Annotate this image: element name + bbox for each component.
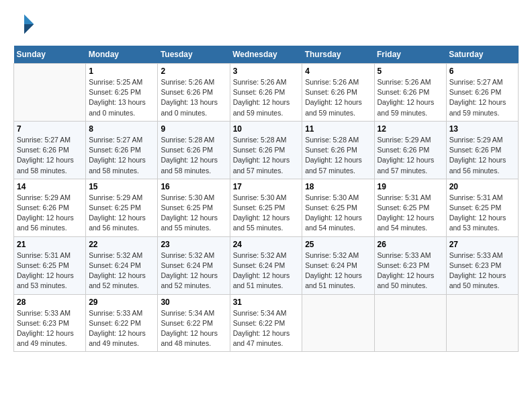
calendar-day-cell: 24Sunrise: 5:32 AMSunset: 6:24 PMDayligh…: [230, 236, 302, 294]
calendar-day-cell: 26Sunrise: 5:33 AMSunset: 6:23 PMDayligh…: [374, 236, 446, 294]
logo-icon: [13, 13, 35, 35]
day-info: Sunrise: 5:31 AMSunset: 6:25 PMDaylight:…: [17, 250, 83, 291]
calendar-day-cell: 18Sunrise: 5:30 AMSunset: 6:25 PMDayligh…: [302, 179, 374, 236]
day-info: Sunrise: 5:26 AMSunset: 6:26 PMDaylight:…: [233, 77, 300, 118]
calendar-week-row: 7Sunrise: 5:27 AMSunset: 6:26 PMDaylight…: [14, 121, 519, 179]
day-number: 15: [89, 182, 154, 191]
calendar-day-cell: [14, 64, 86, 122]
day-info: Sunrise: 5:33 AMSunset: 6:23 PMDaylight:…: [449, 250, 515, 291]
day-number: 21: [17, 240, 83, 249]
day-number: 28: [17, 298, 83, 307]
calendar-week-row: 21Sunrise: 5:31 AMSunset: 6:25 PMDayligh…: [14, 236, 519, 294]
day-number: 12: [378, 124, 443, 134]
day-number: 24: [233, 240, 300, 249]
day-number: 22: [89, 240, 154, 249]
day-info: Sunrise: 5:28 AMSunset: 6:26 PMDaylight:…: [305, 135, 371, 176]
calendar-day-cell: 14Sunrise: 5:29 AMSunset: 6:26 PMDayligh…: [14, 179, 86, 236]
day-number: 31: [233, 298, 300, 307]
day-number: 14: [17, 182, 83, 191]
day-info: Sunrise: 5:33 AMSunset: 6:23 PMDaylight:…: [378, 250, 443, 291]
calendar-day-cell: 28Sunrise: 5:33 AMSunset: 6:23 PMDayligh…: [14, 294, 86, 352]
calendar-header-cell: Wednesday: [230, 46, 302, 64]
day-number: 26: [378, 240, 443, 249]
calendar-day-cell: [446, 294, 518, 352]
day-info: Sunrise: 5:29 AMSunset: 6:26 PMDaylight:…: [449, 135, 515, 176]
day-info: Sunrise: 5:28 AMSunset: 6:26 PMDaylight:…: [233, 135, 300, 176]
day-info: Sunrise: 5:29 AMSunset: 6:26 PMDaylight:…: [17, 193, 83, 234]
calendar-header-row: SundayMondayTuesdayWednesdayThursdayFrid…: [14, 46, 519, 64]
calendar-day-cell: 19Sunrise: 5:31 AMSunset: 6:25 PMDayligh…: [374, 179, 446, 236]
calendar-header-cell: Thursday: [302, 46, 374, 64]
day-info: Sunrise: 5:30 AMSunset: 6:25 PMDaylight:…: [233, 193, 300, 234]
calendar-day-cell: 13Sunrise: 5:29 AMSunset: 6:26 PMDayligh…: [446, 121, 518, 179]
calendar-day-cell: 4Sunrise: 5:26 AMSunset: 6:26 PMDaylight…: [302, 64, 374, 122]
day-number: 8: [89, 124, 154, 134]
calendar-day-cell: 10Sunrise: 5:28 AMSunset: 6:26 PMDayligh…: [230, 121, 302, 179]
calendar-day-cell: 22Sunrise: 5:32 AMSunset: 6:24 PMDayligh…: [86, 236, 158, 294]
calendar-day-cell: 20Sunrise: 5:31 AMSunset: 6:25 PMDayligh…: [446, 179, 518, 236]
calendar-day-cell: 25Sunrise: 5:32 AMSunset: 6:24 PMDayligh…: [302, 236, 374, 294]
calendar-week-row: 28Sunrise: 5:33 AMSunset: 6:23 PMDayligh…: [14, 294, 519, 352]
day-info: Sunrise: 5:31 AMSunset: 6:25 PMDaylight:…: [378, 193, 443, 234]
day-info: Sunrise: 5:28 AMSunset: 6:26 PMDaylight:…: [161, 135, 226, 176]
day-info: Sunrise: 5:33 AMSunset: 6:22 PMDaylight:…: [89, 308, 154, 349]
calendar-day-cell: 29Sunrise: 5:33 AMSunset: 6:22 PMDayligh…: [86, 294, 158, 352]
day-info: Sunrise: 5:30 AMSunset: 6:25 PMDaylight:…: [161, 193, 226, 234]
day-number: 17: [233, 182, 300, 191]
day-number: 5: [378, 66, 443, 76]
day-number: 30: [161, 298, 226, 307]
calendar-day-cell: 30Sunrise: 5:34 AMSunset: 6:22 PMDayligh…: [158, 294, 230, 352]
page-header: [13, 13, 519, 35]
day-info: Sunrise: 5:29 AMSunset: 6:25 PMDaylight:…: [89, 193, 154, 234]
day-number: 7: [17, 124, 83, 134]
day-info: Sunrise: 5:26 AMSunset: 6:26 PMDaylight:…: [305, 77, 371, 118]
day-info: Sunrise: 5:30 AMSunset: 6:25 PMDaylight:…: [305, 193, 371, 234]
day-info: Sunrise: 5:32 AMSunset: 6:24 PMDaylight:…: [233, 250, 300, 291]
day-number: 25: [305, 240, 371, 249]
day-number: 10: [233, 124, 300, 134]
calendar-day-cell: 6Sunrise: 5:27 AMSunset: 6:26 PMDaylight…: [446, 64, 518, 122]
day-number: 20: [449, 182, 515, 191]
day-info: Sunrise: 5:27 AMSunset: 6:26 PMDaylight:…: [449, 77, 515, 118]
day-info: Sunrise: 5:29 AMSunset: 6:26 PMDaylight:…: [378, 135, 443, 176]
calendar-day-cell: 27Sunrise: 5:33 AMSunset: 6:23 PMDayligh…: [446, 236, 518, 294]
calendar-day-cell: 9Sunrise: 5:28 AMSunset: 6:26 PMDaylight…: [158, 121, 230, 179]
day-info: Sunrise: 5:34 AMSunset: 6:22 PMDaylight:…: [161, 308, 226, 349]
day-info: Sunrise: 5:27 AMSunset: 6:26 PMDaylight:…: [89, 135, 154, 176]
calendar-header-cell: Friday: [374, 46, 446, 64]
day-info: Sunrise: 5:26 AMSunset: 6:26 PMDaylight:…: [161, 77, 226, 118]
calendar-header-cell: Monday: [86, 46, 158, 64]
day-info: Sunrise: 5:25 AMSunset: 6:25 PMDaylight:…: [89, 77, 154, 118]
calendar-day-cell: 21Sunrise: 5:31 AMSunset: 6:25 PMDayligh…: [14, 236, 86, 294]
day-info: Sunrise: 5:31 AMSunset: 6:25 PMDaylight:…: [449, 193, 515, 234]
day-number: 1: [89, 66, 154, 76]
day-info: Sunrise: 5:33 AMSunset: 6:23 PMDaylight:…: [17, 308, 83, 349]
svg-marker-0: [24, 15, 34, 24]
calendar-day-cell: 23Sunrise: 5:32 AMSunset: 6:24 PMDayligh…: [158, 236, 230, 294]
day-number: 29: [89, 298, 154, 307]
calendar-header-cell: Tuesday: [158, 46, 230, 64]
calendar-week-row: 14Sunrise: 5:29 AMSunset: 6:26 PMDayligh…: [14, 179, 519, 236]
calendar-day-cell: 7Sunrise: 5:27 AMSunset: 6:26 PMDaylight…: [14, 121, 86, 179]
day-number: 11: [305, 124, 371, 134]
day-number: 16: [161, 182, 226, 191]
day-number: 23: [161, 240, 226, 249]
calendar-week-row: 1Sunrise: 5:25 AMSunset: 6:25 PMDaylight…: [14, 64, 519, 122]
calendar-day-cell: 17Sunrise: 5:30 AMSunset: 6:25 PMDayligh…: [230, 179, 302, 236]
logo: [13, 13, 38, 35]
day-number: 2: [161, 66, 226, 76]
calendar-table: SundayMondayTuesdayWednesdayThursdayFrid…: [13, 46, 519, 352]
calendar-day-cell: 15Sunrise: 5:29 AMSunset: 6:25 PMDayligh…: [86, 179, 158, 236]
calendar-day-cell: 11Sunrise: 5:28 AMSunset: 6:26 PMDayligh…: [302, 121, 374, 179]
svg-marker-1: [24, 24, 34, 34]
day-number: 13: [449, 124, 515, 134]
day-number: 4: [305, 66, 371, 76]
day-info: Sunrise: 5:32 AMSunset: 6:24 PMDaylight:…: [161, 250, 226, 291]
day-number: 3: [233, 66, 300, 76]
day-number: 9: [161, 124, 226, 134]
calendar-day-cell: 31Sunrise: 5:34 AMSunset: 6:22 PMDayligh…: [230, 294, 302, 352]
day-number: 19: [378, 182, 443, 191]
calendar-day-cell: 1Sunrise: 5:25 AMSunset: 6:25 PMDaylight…: [86, 64, 158, 122]
day-number: 27: [449, 240, 515, 249]
calendar-day-cell: 8Sunrise: 5:27 AMSunset: 6:26 PMDaylight…: [86, 121, 158, 179]
